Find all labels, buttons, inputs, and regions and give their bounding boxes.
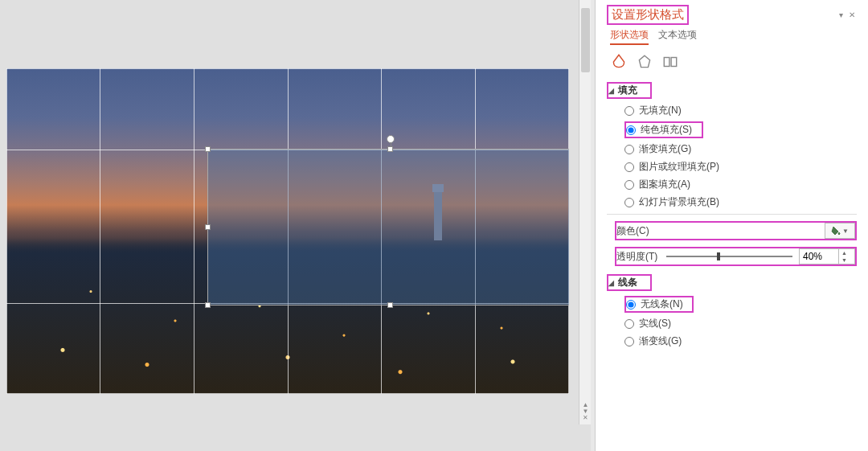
transparency-label: 透明度(T) [616,250,660,264]
svg-marker-0 [639,55,649,67]
resize-handle-bm[interactable] [387,302,393,308]
canvas-area [0,0,591,451]
resize-handle-tl[interactable] [205,146,211,152]
dropdown-icon: ▼ [842,228,849,235]
line-option-solid[interactable]: 实线(S) [624,317,857,330]
format-shape-panel: 设置形状格式 ▾ ✕ 形状选项 文本选项 ◢ 填充 无填充(N) 纯色填充(S)… [595,0,868,451]
resize-handle-bl[interactable] [205,302,211,308]
grid-line [194,68,194,394]
fill-option-none[interactable]: 无填充(N) [624,104,857,117]
transparency-slider[interactable] [666,256,792,257]
tab-shape-options[interactable]: 形状选项 [610,28,649,45]
separator [607,214,857,215]
fill-option-solid[interactable]: 纯色填充(S) [624,121,703,138]
fill-options: 无填充(N) 纯色填充(S) 渐变填充(G) 图片或纹理填充(P) 图案填充(A… [607,104,857,209]
grid-line [6,68,7,394]
fill-option-gradient[interactable]: 渐变填充(G) [624,142,857,156]
line-section-header[interactable]: ◢ 线条 [607,274,652,291]
line-label: 线条 [618,276,637,289]
panel-title: 设置形状格式 [607,5,689,25]
transparency-input[interactable]: ▲▼ [799,248,855,264]
fill-option-slidebg[interactable]: 幻灯片背景填充(B) [624,195,857,209]
slider-thumb[interactable] [717,252,720,260]
selected-shape[interactable] [207,149,569,305]
svg-rect-2 [671,58,677,67]
fill-section-header[interactable]: ◢ 填充 [607,82,652,99]
slide-image [6,68,569,394]
grid-line [100,68,100,394]
fill-option-pattern[interactable]: 图案填充(A) [624,178,857,191]
spin-down[interactable]: ▼ [839,256,850,264]
effects-icon[interactable] [636,53,653,71]
fill-line-icon[interactable] [610,53,628,71]
size-props-icon[interactable] [661,53,679,71]
line-option-gradient[interactable]: 渐变线(G) [624,334,857,348]
panel-controls[interactable]: ▾ ✕ [839,10,857,19]
category-icons [607,53,857,71]
scrollbar-thumb[interactable] [581,8,590,72]
color-picker-button[interactable]: ▼ [825,223,855,239]
color-label: 颜色(C) [616,224,660,238]
collapse-icon: ◢ [608,279,614,287]
resize-handle-tm[interactable] [387,146,393,152]
vertical-scrollbar[interactable]: ▲▼✕ [579,0,591,424]
transparency-row: 透明度(T) ▲▼ [615,247,857,266]
scrollbar-arrows[interactable]: ▲▼✕ [581,402,590,421]
fill-label: 填充 [618,84,637,97]
spin-up[interactable]: ▲ [839,249,850,256]
color-row: 颜色(C) ▼ [615,221,857,240]
resize-handle-ml[interactable] [205,224,211,230]
paint-bucket-icon [831,226,841,236]
tab-text-options[interactable]: 文本选项 [658,28,697,45]
transparency-value[interactable] [800,251,838,262]
rotate-handle[interactable] [387,135,395,143]
option-tabs: 形状选项 文本选项 [607,28,857,45]
collapse-icon: ◢ [608,87,614,95]
line-options: 无线条(N) 实线(S) 渐变线(G) [607,296,857,348]
fill-option-picture[interactable]: 图片或纹理填充(P) [624,160,857,174]
svg-rect-1 [664,58,669,67]
line-option-none[interactable]: 无线条(N) [624,296,694,313]
